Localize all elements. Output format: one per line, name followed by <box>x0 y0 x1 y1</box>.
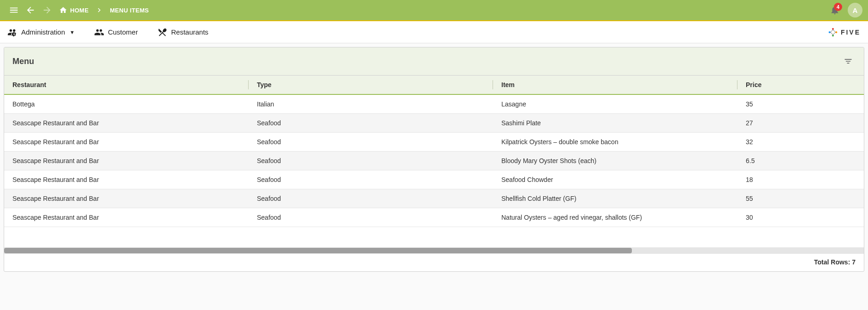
topbar: HOME MENU ITEMS 4 A <box>0 0 868 21</box>
total-rows-label: Total Rows: <box>814 258 850 266</box>
cell-type: Seafood <box>249 189 493 208</box>
cell-item: Kilpatrick Oysters – double smoke bacon <box>493 133 737 151</box>
table-header-row: Restaurant Type Item Price <box>4 76 864 95</box>
cell-restaurant: Seascape Restaurant and Bar <box>4 170 249 189</box>
total-rows-value: 7 <box>852 258 856 266</box>
nav-customer-label: Customer <box>108 28 138 36</box>
breadcrumb-home[interactable]: HOME <box>59 6 89 14</box>
table-row[interactable]: BottegaItalianLasagne35 <box>4 95 864 114</box>
table-row[interactable]: Seascape Restaurant and BarSeafoodSashim… <box>4 114 864 133</box>
table-row[interactable]: Seascape Restaurant and BarSeafoodNatura… <box>4 208 864 227</box>
breadcrumb-home-label: HOME <box>70 7 89 14</box>
table-body: BottegaItalianLasagne35Seascape Restaura… <box>4 95 864 227</box>
back-icon[interactable] <box>22 2 39 18</box>
content: Menu Restaurant Type Item Price BottegaI… <box>0 43 868 275</box>
cell-restaurant: Seascape Restaurant and Bar <box>4 189 249 208</box>
cell-type: Seafood <box>249 208 493 227</box>
table-row[interactable]: Seascape Restaurant and BarSeafoodSeafoo… <box>4 170 864 189</box>
cell-item: Natural Oysters – aged red vinegar, shal… <box>493 208 737 227</box>
cell-type: Seafood <box>249 133 493 151</box>
panel-title: Menu <box>12 57 34 66</box>
cell-item: Bloody Mary Oyster Shots (each) <box>493 152 737 170</box>
avatar[interactable]: A <box>848 3 862 18</box>
cell-price: 55 <box>737 189 864 208</box>
notifications-button[interactable]: 4 <box>826 2 843 18</box>
nav-administration[interactable]: Administration ▼ <box>7 27 75 37</box>
cell-item: Seafood Chowder <box>493 170 737 189</box>
cell-restaurant: Seascape Restaurant and Bar <box>4 133 249 151</box>
home-icon <box>59 6 67 14</box>
cell-type: Seafood <box>249 152 493 170</box>
cell-restaurant: Bottega <box>4 95 249 113</box>
menu-panel: Menu Restaurant Type Item Price BottegaI… <box>4 47 864 272</box>
cell-item: Sashimi Plate <box>493 114 737 132</box>
cell-item: Lasagne <box>493 95 737 113</box>
nav-customer[interactable]: Customer <box>94 27 138 37</box>
utensils-icon <box>157 27 167 37</box>
cell-restaurant: Seascape Restaurant and Bar <box>4 114 249 132</box>
cell-price: 6.5 <box>737 152 864 170</box>
cell-price: 32 <box>737 133 864 151</box>
users-icon <box>94 27 104 37</box>
topbar-right: 4 A <box>826 2 862 18</box>
breadcrumb-current-label: MENU ITEMS <box>110 7 149 14</box>
cell-price: 35 <box>737 95 864 113</box>
panel-header: Menu <box>4 47 864 76</box>
navbar: Administration ▼ Customer Restaurants FI… <box>0 21 868 43</box>
column-header-price[interactable]: Price <box>737 76 864 94</box>
menu-table: Restaurant Type Item Price BottegaItalia… <box>4 76 864 227</box>
horizontal-scrollbar[interactable] <box>4 247 864 254</box>
nav-restaurants-label: Restaurants <box>171 28 208 36</box>
nav-administration-label: Administration <box>21 28 65 36</box>
table-footer: Total Rows: 7 <box>4 254 864 271</box>
chevron-down-icon: ▼ <box>70 29 75 35</box>
notification-badge: 4 <box>834 3 842 11</box>
cell-price: 30 <box>737 208 864 227</box>
table-row[interactable]: Seascape Restaurant and BarSeafoodBloody… <box>4 152 864 170</box>
logo-text: FIVE <box>841 29 861 36</box>
cell-type: Italian <box>249 95 493 113</box>
breadcrumb: HOME MENU ITEMS <box>59 6 149 14</box>
cell-restaurant: Seascape Restaurant and Bar <box>4 208 249 227</box>
cell-item: Shellfish Cold Platter (GF) <box>493 189 737 208</box>
cell-type: Seafood <box>249 170 493 189</box>
breadcrumb-current[interactable]: MENU ITEMS <box>110 7 149 14</box>
logo: FIVE <box>828 27 861 37</box>
forward-icon <box>39 2 55 18</box>
users-gear-icon <box>7 27 18 37</box>
column-header-type[interactable]: Type <box>249 76 493 94</box>
cell-restaurant: Seascape Restaurant and Bar <box>4 152 249 170</box>
filter-icon <box>844 57 853 66</box>
cell-type: Seafood <box>249 114 493 132</box>
filter-button[interactable] <box>841 54 856 69</box>
nav-restaurants[interactable]: Restaurants <box>157 27 208 37</box>
avatar-letter: A <box>853 6 858 14</box>
cell-price: 18 <box>737 170 864 189</box>
table-row[interactable]: Seascape Restaurant and BarSeafoodShellf… <box>4 189 864 208</box>
chevron-right-icon <box>92 6 106 14</box>
menu-icon[interactable] <box>6 2 22 18</box>
cell-price: 27 <box>737 114 864 132</box>
column-header-restaurant[interactable]: Restaurant <box>4 76 249 94</box>
scrollbar-thumb[interactable] <box>4 248 632 253</box>
table-row[interactable]: Seascape Restaurant and BarSeafoodKilpat… <box>4 133 864 152</box>
logo-icon <box>828 27 838 37</box>
column-header-item[interactable]: Item <box>493 76 737 94</box>
